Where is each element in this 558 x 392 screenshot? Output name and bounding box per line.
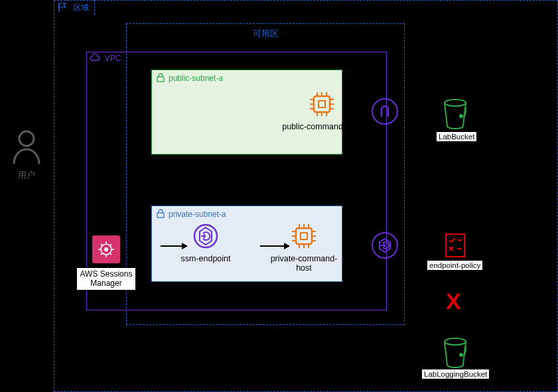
logging-bucket-label: LabLoggingBucket [421,369,490,379]
logging-bucket-node: LabLoggingBucket [441,337,469,365]
vpc-tab: VPC [86,52,127,65]
lock-icon [155,208,166,221]
flag-icon [57,2,68,15]
ssm-endpoint-icon [192,222,220,250]
svg-point-35 [445,99,466,106]
public-command-host-node: public-command-host [282,90,362,131]
public-subnet-label: public-subnet-a [169,74,223,83]
policy-document-icon [443,232,467,259]
public-subnet-tab: public-subnet-a [154,72,223,84]
internet-gateway-icon [372,98,398,125]
private-host-label: private-command-host [264,254,344,273]
vpc-endpoint-icon [372,232,398,259]
svg-point-34 [104,247,108,251]
private-subnet-label: private-subnet-a [169,210,226,219]
user-label: 用户 [7,169,46,181]
ec2-chip-icon [290,222,318,250]
svg-point-0 [19,131,34,146]
lock-icon [155,72,166,85]
vpc-label: VPC [105,54,121,63]
aws-systems-manager-icon [92,235,120,263]
s3-bucket-icon [441,98,469,130]
svg-point-37 [445,338,466,345]
private-subnet-tab: private-subnet-a [154,208,226,220]
user-icon [10,129,43,166]
arrow-to-private-host [260,245,289,247]
ssm-endpoint-label: ssm-endpoint [173,254,239,263]
region-tab: 区域 [54,0,95,15]
s3-bucket-icon [441,337,469,369]
svg-rect-3 [314,96,330,112]
arrow-to-ssm-endpoint [161,245,187,247]
public-host-label: public-command-host [282,122,362,131]
svg-rect-2 [157,77,164,82]
lab-bucket-node: LabBucket [441,98,469,126]
svg-rect-20 [301,233,307,239]
endpoint-policy-node: endpoint-policy [441,232,469,261]
az-label: 可用区 [127,24,404,40]
user-block: 用户 [7,129,46,181]
cloud-icon [89,53,101,64]
deny-x-icon: X [446,289,461,314]
endpoint-policy-label: endpoint-policy [427,260,483,271]
svg-rect-39 [446,234,464,257]
svg-rect-19 [296,228,312,244]
ec2-chip-icon [308,90,336,118]
region-label: 区域 [73,2,89,13]
lab-bucket-label: LabBucket [436,131,477,142]
svg-rect-4 [318,101,325,107]
aws-sessions-manager-node: AWS Sessions Manager [76,235,136,291]
sessions-manager-label: AWS Sessions Manager [76,267,136,291]
svg-rect-17 [157,213,164,218]
private-command-host-node: private-command-host [264,222,344,273]
